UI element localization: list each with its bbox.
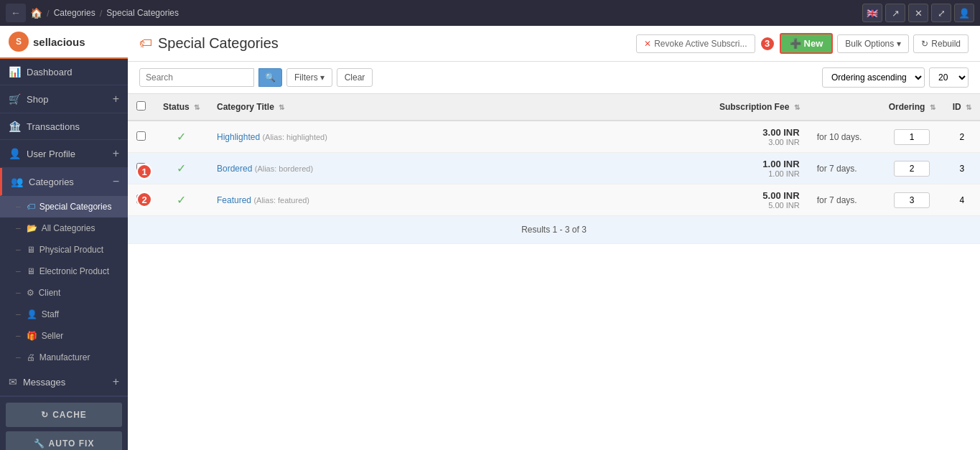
- special-categories-icon: 🏷: [27, 202, 35, 212]
- header-duration: [808, 94, 880, 121]
- categories-table: Status ⇅ Category Title ⇅ Subscription F…: [128, 94, 980, 244]
- sidebar-item-physical-product[interactable]: – 🖥 Physical Product: [0, 239, 128, 261]
- row2-fee-sub: 1.00 INR: [719, 169, 800, 178]
- breadcrumb-special-categories[interactable]: Special Categories: [106, 8, 179, 18]
- seller-icon: 🎁: [27, 331, 37, 341]
- select-all-checkbox[interactable]: [136, 101, 146, 111]
- sidebar-item-electronic-product[interactable]: – 🖥 Electronic Product: [0, 261, 128, 282]
- clear-button[interactable]: Clear: [337, 68, 373, 87]
- home-icon[interactable]: 🏠: [30, 7, 42, 19]
- sidebar-item-user-profile[interactable]: 👤 User Profile +: [0, 140, 128, 168]
- user-profile-plus-icon[interactable]: +: [113, 147, 119, 160]
- top-bar-actions: 🇬🇧 ↗ ✕ ⤢ 👤: [862, 4, 974, 22]
- sidebar-item-categories[interactable]: 👥 Categories −: [0, 168, 128, 196]
- header-ordering[interactable]: Ordering ⇅: [880, 94, 944, 121]
- row1-ordering-input[interactable]: [894, 129, 930, 145]
- content-header: 🏷 Special Categories ✕ Revoke Active Sub…: [128, 26, 980, 62]
- row1-title: Highlighted (Alias: highlighted): [208, 121, 711, 153]
- search-button[interactable]: 🔍: [258, 68, 282, 87]
- fullscreen-button[interactable]: ⤢: [931, 4, 951, 22]
- status-sort-icon: ⇅: [194, 103, 200, 111]
- revoke-button[interactable]: ✕ Revoke Active Subscri...: [636, 34, 755, 53]
- rebuild-icon: ↻: [921, 39, 928, 49]
- row2-title-link[interactable]: Bordered: [217, 164, 252, 174]
- sidebar-item-messages[interactable]: ✉ Messages +: [0, 368, 128, 396]
- sidebar-item-client[interactable]: – ⚙ Client: [0, 282, 128, 304]
- callout-3: 3: [760, 36, 775, 52]
- cache-button[interactable]: ↻ CACHE: [6, 403, 122, 427]
- autofix-wrench-icon: 🔧: [34, 439, 45, 449]
- sidebar-logo: S sellacious: [0, 26, 128, 59]
- header-category-title[interactable]: Category Title ⇅: [208, 94, 711, 121]
- row2-status[interactable]: ✓: [154, 153, 208, 184]
- row2-ordering-input[interactable]: [894, 161, 930, 177]
- sidebar-item-seller[interactable]: – 🎁 Seller: [0, 325, 128, 347]
- row2-checkbox[interactable]: [136, 163, 146, 172]
- search-input[interactable]: [139, 68, 254, 87]
- breadcrumb-categories[interactable]: Categories: [54, 8, 95, 18]
- sidebar-item-messages-label: Messages: [23, 377, 65, 388]
- row1-fee: 3.00 INR 3.00 INR: [711, 121, 808, 153]
- sidebar-item-dashboard[interactable]: 📊 Dashboard: [0, 59, 128, 85]
- id-sort-icon: ⇅: [966, 103, 971, 111]
- toolbar: 🔍 Filters ▾ Clear Ordering ascending 20: [128, 62, 980, 94]
- electronic-product-icon: 🖥: [27, 266, 35, 276]
- autofix-button[interactable]: 🔧 AUTO FIX: [6, 431, 122, 450]
- header-subscription-fee[interactable]: Subscription Fee ⇅: [711, 94, 808, 121]
- ordering-select[interactable]: Ordering ascending: [822, 67, 925, 88]
- external-link-button[interactable]: ↗: [885, 4, 905, 22]
- sidebar-item-manufacturer[interactable]: – 🖨 Manufacturer: [0, 347, 128, 368]
- row1-checkbox[interactable]: [136, 131, 146, 141]
- sidebar-item-categories-label: Categories: [29, 177, 74, 187]
- page-title-icon: 🏷: [139, 36, 152, 51]
- user-button[interactable]: 👤: [954, 4, 974, 22]
- sidebar-item-transactions[interactable]: 🏦 Transactions: [0, 113, 128, 140]
- row3-ordering: [880, 184, 944, 216]
- joomla-button[interactable]: ✕: [908, 4, 928, 22]
- row1-title-link[interactable]: Highlighted: [217, 132, 260, 142]
- row1-fee-sub: 3.00 INR: [719, 138, 800, 146]
- row3-ordering-input[interactable]: [894, 192, 930, 208]
- bulk-options-button[interactable]: Bulk Options ▾: [837, 34, 909, 53]
- logo-icon: S: [9, 32, 29, 52]
- row1-duration: for 10 days.: [808, 121, 880, 153]
- rebuild-button[interactable]: ↻ Rebuild: [913, 34, 969, 53]
- categories-minus-icon[interactable]: −: [113, 175, 119, 188]
- sidebar-bottom: ↻ CACHE 🔧 AUTO FIX DOCUMENTATION LOGIN T…: [0, 396, 128, 450]
- row1-checkbox-cell: [128, 121, 154, 153]
- sidebar-nav: 📊 Dashboard 🛒 Shop + 🏦 Transactions 👤 Us…: [0, 59, 128, 396]
- category-sort-icon: ⇅: [279, 103, 284, 111]
- back-button[interactable]: ←: [6, 4, 26, 22]
- header-status[interactable]: Status ⇅: [154, 94, 208, 121]
- dashboard-icon: 📊: [9, 66, 21, 78]
- flag-uk-button[interactable]: 🇬🇧: [862, 4, 882, 22]
- shop-plus-icon[interactable]: +: [113, 93, 119, 106]
- row3-alias: (Alias: featured): [253, 196, 309, 205]
- messages-plus-icon[interactable]: +: [113, 375, 119, 388]
- per-page-select[interactable]: 20: [929, 67, 969, 88]
- row3-title-link[interactable]: Featured: [217, 195, 251, 205]
- page-title-wrap: 🏷 Special Categories: [139, 35, 279, 52]
- row3-checkbox-cell: [128, 184, 154, 216]
- sidebar-item-all-categories[interactable]: – 📂 All Categories: [0, 217, 128, 239]
- sidebar: S sellacious 📊 Dashboard 🛒 Shop + 🏦 Tran…: [0, 26, 128, 450]
- sidebar-item-staff[interactable]: – 👤 Staff: [0, 304, 128, 325]
- new-button[interactable]: ➕ New: [780, 33, 834, 54]
- sidebar-item-staff-label: Staff: [42, 309, 59, 319]
- sidebar-item-shop[interactable]: 🛒 Shop +: [0, 85, 128, 113]
- row3-checkbox[interactable]: [136, 194, 146, 204]
- header-id[interactable]: ID ⇅: [944, 94, 980, 121]
- filters-button[interactable]: Filters ▾: [286, 68, 332, 87]
- toolbar-right: Ordering ascending 20: [822, 67, 969, 88]
- row1-status[interactable]: ✓: [154, 121, 208, 153]
- sidebar-item-dashboard-label: Dashboard: [27, 67, 73, 78]
- sidebar-item-special-categories[interactable]: – 🏷 Special Categories: [0, 196, 128, 217]
- row1-id: 2: [944, 121, 980, 153]
- row3-status[interactable]: ✓: [154, 184, 208, 216]
- row3-fee-main: 5.00 INR: [719, 190, 800, 201]
- results-row: Results 1 - 3 of 3: [128, 216, 980, 244]
- table-row: ✓ Bordered (Alias: bordered) 1.00 INR 1.…: [128, 153, 980, 184]
- page-title: Special Categories: [158, 35, 279, 52]
- row2-ordering: [880, 153, 944, 184]
- table-row: ✓ Featured (Alias: featured) 5.00 INR 5.…: [128, 184, 980, 216]
